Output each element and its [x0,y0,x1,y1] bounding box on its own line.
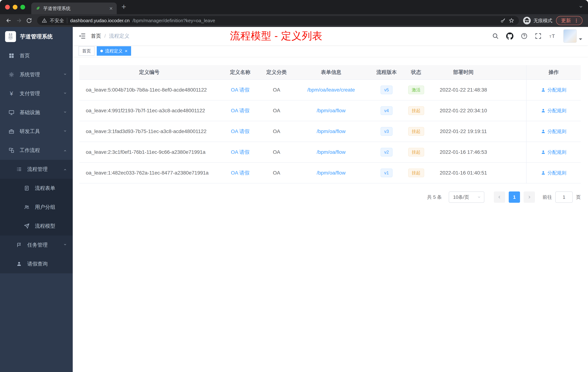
window-minimize-button[interactable] [13,5,17,10]
update-label: 更新 [561,17,571,24]
sidebar-item-process-form[interactable]: 流程表单 [0,179,73,198]
chevron-down-icon [477,195,481,199]
next-page-button[interactable] [524,191,535,203]
user-avatar-menu[interactable] [563,29,582,43]
status-badge: 挂起 [408,127,424,136]
definition-name-link[interactable]: OA 请假 [219,163,261,183]
form-info-link[interactable]: /bpm/oa/flow [292,121,370,142]
pagination: 共 5 条 10条/页 1 前往 页 [79,191,581,203]
prev-page-button[interactable] [494,191,505,203]
incognito-badge: 无痕模式 [523,17,552,25]
version-badge: v1 [380,169,392,177]
sidebar-item-payment-management[interactable]: ¥ 支付管理 [0,84,73,103]
status-badge: 挂起 [408,169,424,177]
tag-close-icon[interactable]: × [125,49,127,53]
action-cell: 分配规则 [526,121,581,142]
incognito-icon [523,17,531,25]
assign-rule-button[interactable]: 分配规则 [541,149,566,155]
chevron-down-icon [63,72,67,77]
sidebar-item-task-management[interactable]: 任务管理 [0,236,73,254]
definition-name-link[interactable]: OA 请假 [219,142,261,162]
assign-rule-button[interactable]: 分配规则 [541,170,566,176]
security-label: 不安全 [50,17,64,24]
avatar[interactable] [563,29,577,43]
process-version-cell: v2 [370,142,403,162]
definition-name-link[interactable]: OA 请假 [219,100,261,121]
tag-process-definition[interactable]: 流程定义 × [97,46,131,56]
column-header-deploy-time: 部署时间 [429,65,497,79]
filler-cell [497,142,526,162]
page-size-select[interactable]: 10条/页 [449,191,484,203]
svg-text:T: T [552,33,555,39]
back-button[interactable] [4,15,14,26]
tag-home[interactable]: 首页 [79,46,94,56]
definition-id-cell: oa_leave:3:1fad3d93-7b75-11ec-a3c8-acde4… [79,121,219,142]
tab-search-chevron-icon[interactable] [578,4,583,10]
window-zoom-button[interactable] [20,5,25,10]
sidebar-item-user-group[interactable]: 用户分组 [0,198,73,217]
browser-toolbar: 不安全 dashboard.yudao.iocoder.cn/bpm/manag… [0,14,588,27]
browser-update-button[interactable]: 更新 [556,16,583,25]
search-icon[interactable] [492,33,499,40]
definition-name-link[interactable]: OA 请假 [219,80,261,100]
deploy-time-cell: 2022-01-16 01:40:51 [429,163,497,183]
assign-rule-button[interactable]: 分配规则 [541,87,566,93]
browser-tab[interactable]: 芋道管理系统 × [31,2,117,14]
reload-button[interactable] [24,15,34,26]
active-tag-dot [100,50,103,52]
definition-name-link[interactable]: OA 请假 [219,121,261,142]
sidebar-item-system-management[interactable]: 系统管理 [0,65,73,84]
table-row: oa_leave:3:1fad3d93-7b75-11ec-a3c8-acde4… [79,121,581,142]
breadcrumb-current: 流程定义 [109,33,129,40]
users-icon [23,204,30,211]
sidebar-item-workflow[interactable]: 工作流程 [0,141,73,160]
help-icon[interactable] [521,33,528,40]
assign-rule-label: 分配规则 [547,128,566,135]
filler-cell [497,80,526,100]
sidebar-item-infrastructure[interactable]: 基础设施 [0,103,73,122]
sidebar-item-process-model[interactable]: 流程模型 [0,217,73,236]
user-icon [541,108,546,113]
breadcrumb-home-link[interactable]: 首页 [91,33,101,40]
assign-rule-button[interactable]: 分配规则 [541,128,566,135]
new-tab-button[interactable]: + [121,3,126,11]
sidebar-collapse-icon[interactable] [79,33,86,40]
table-row: oa_leave:2:3c1f0ef1-76b1-11ec-9c66-a2380… [79,142,581,163]
column-header-definition-id: 定义编号 [79,65,219,79]
sidebar-item-home[interactable]: 首页 [0,46,73,65]
form-info-link[interactable]: /bpm/oa/leave/create [292,80,370,100]
forward-button[interactable] [14,15,24,26]
window-close-button[interactable] [5,5,10,10]
caret-down-icon [579,38,582,42]
page-title-annotation: 流程模型 - 定义列表 [230,29,323,43]
filler-cell [497,121,526,142]
github-icon[interactable] [506,33,514,40]
form-info-link[interactable]: /bpm/oa/flow [292,142,370,162]
tab-close-icon[interactable]: × [109,5,113,11]
password-key-icon[interactable] [500,18,506,23]
bookmark-star-icon[interactable] [509,18,514,23]
status-badge: 挂起 [408,106,424,115]
incognito-label: 无痕模式 [534,17,552,24]
form-info-link[interactable]: /bpm/oa/flow [292,100,370,121]
browser-menu-dots-icon[interactable] [574,18,579,23]
definition-id-cell: oa_leave:5:004b710b-7b8a-11ec-8ef0-acde4… [79,80,219,100]
address-bar[interactable]: 不安全 dashboard.yudao.iocoder.cn/bpm/manag… [37,16,519,25]
person-icon [16,261,22,267]
form-info-link[interactable]: /bpm/oa/flow [292,163,370,183]
sidebar-item-process-management[interactable]: 流程管理 [0,160,73,179]
sidebar-item-dev-tools[interactable]: 研发工具 [0,122,73,141]
fullscreen-icon[interactable] [535,33,541,39]
goto-page-input[interactable] [555,191,573,203]
chevron-down-icon [63,91,67,97]
assign-rule-button[interactable]: 分配规则 [541,108,566,114]
sidebar-item-leave-query[interactable]: 请假查询 [0,254,73,273]
process-version-cell: v1 [370,163,403,183]
column-header-form-info: 表单信息 [292,65,370,79]
font-size-icon[interactable]: TT [549,33,556,40]
chevron-up-icon [63,166,67,172]
page-number-1[interactable]: 1 [509,191,520,203]
version-badge: v2 [380,148,392,156]
user-icon [541,129,546,134]
sidebar-logo[interactable]: 芋道管理系统 [0,27,73,46]
